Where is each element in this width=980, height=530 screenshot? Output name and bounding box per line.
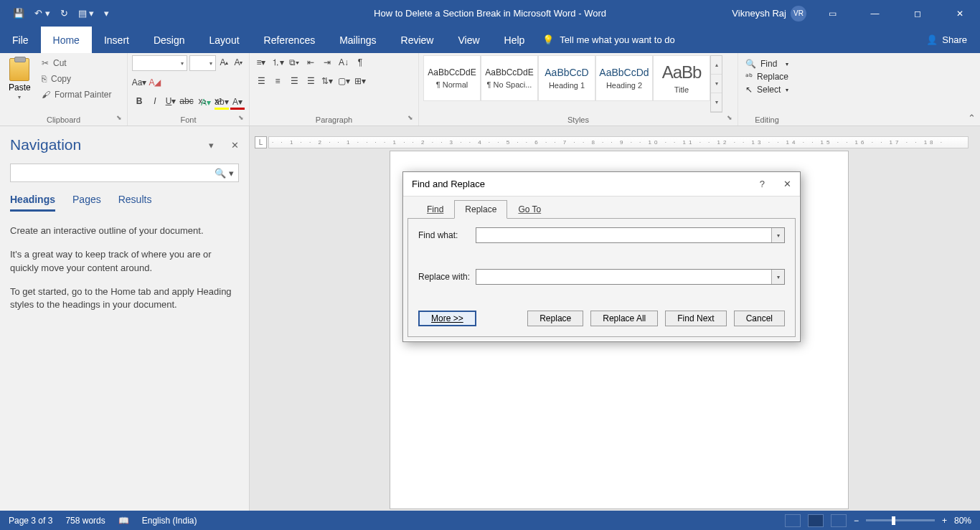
zoom-level[interactable]: 80%	[954, 516, 971, 526]
dialog-tab-find[interactable]: Find	[416, 200, 454, 219]
align-right-button[interactable]: ☰	[287, 74, 301, 88]
find-button[interactable]: 🔍Find▾	[743, 57, 791, 70]
cancel-button[interactable]: Cancel	[734, 311, 785, 326]
user-account[interactable]: Vikneysh Raj VR	[732, 6, 806, 22]
tab-mailings[interactable]: Mailings	[327, 27, 388, 53]
tell-me-search[interactable]: 💡 Tell me what you want to do	[542, 27, 674, 53]
font-size-combo[interactable]: ▾	[189, 55, 216, 71]
tab-layout[interactable]: Layout	[197, 27, 252, 53]
zoom-out-button[interactable]: −	[854, 516, 859, 526]
italic-button[interactable]: I	[148, 94, 162, 108]
collapse-ribbon-button[interactable]: ⌃	[968, 113, 976, 123]
shrink-font-button[interactable]: A▾	[232, 55, 245, 70]
nav-tab-results[interactable]: Results	[118, 194, 152, 212]
grow-font-button[interactable]: A▴	[218, 55, 230, 70]
tab-file[interactable]: File	[0, 27, 41, 53]
web-layout-button[interactable]	[831, 514, 847, 527]
qat-more-icon[interactable]: ▤ ▾	[78, 8, 95, 19]
share-button[interactable]: 👤 Share	[913, 27, 980, 53]
sort-button[interactable]: A↓	[336, 55, 351, 70]
replace-button[interactable]: ᵃᵇReplace	[743, 70, 791, 83]
justify-button[interactable]: ☰	[303, 74, 318, 88]
numbering-button[interactable]: ⒈▾	[270, 55, 285, 70]
more-button[interactable]: More >>	[418, 311, 476, 326]
find-next-button[interactable]: Find Next	[665, 311, 726, 326]
expand-gallery-icon[interactable]: ▾	[711, 93, 722, 112]
tab-review[interactable]: Review	[389, 27, 446, 53]
horizontal-ruler[interactable]: · · 1 · · 2 · · 1 · · · · 1 · · 2 · · 3 …	[268, 136, 969, 148]
dialog-launcher-icon[interactable]: ⬊	[407, 114, 416, 123]
ruler-corner[interactable]: L	[255, 136, 267, 148]
style-normal[interactable]: AaBbCcDdE¶ Normal	[423, 55, 481, 101]
select-button[interactable]: ↖Select▾	[743, 83, 791, 96]
strikethrough-button[interactable]: abc	[179, 94, 194, 108]
language-status[interactable]: English (India)	[142, 516, 197, 526]
styles-scroll[interactable]: ▴▾▾	[710, 55, 722, 113]
tab-insert[interactable]: Insert	[92, 27, 141, 53]
scroll-down-icon[interactable]: ▾	[711, 75, 722, 93]
zoom-slider[interactable]	[866, 519, 935, 521]
highlight-button[interactable]: ab▾	[215, 95, 229, 110]
tab-help[interactable]: Help	[492, 27, 537, 53]
bullets-button[interactable]: ≡▾	[254, 55, 268, 70]
dialog-launcher-icon[interactable]: ⬊	[238, 114, 247, 123]
read-mode-button[interactable]	[785, 514, 801, 527]
align-left-button[interactable]: ☰	[254, 74, 268, 88]
nav-tab-pages[interactable]: Pages	[72, 194, 101, 212]
replace-all-button[interactable]: Replace All	[590, 311, 658, 326]
dialog-close-button[interactable]: ✕	[783, 179, 791, 189]
cut-button[interactable]: ✂Cut	[42, 58, 111, 68]
print-layout-button[interactable]	[808, 514, 824, 527]
styles-gallery[interactable]: AaBbCcDdE¶ Normal AaBbCcDdE¶ No Spaci...…	[423, 55, 710, 113]
close-button[interactable]: ✕	[943, 3, 976, 24]
show-marks-button[interactable]: ¶	[353, 55, 367, 70]
format-painter-button[interactable]: 🖌Format Painter	[42, 90, 111, 100]
page-count[interactable]: Page 3 of 3	[9, 516, 52, 526]
nav-menu-button[interactable]: ▾	[209, 140, 214, 151]
shading-button[interactable]: ▢▾	[336, 74, 351, 88]
chevron-down-icon[interactable]: ▾	[771, 270, 784, 284]
navigation-search[interactable]: 🔍 ▾	[10, 164, 239, 182]
tab-home[interactable]: Home	[41, 27, 92, 53]
dialog-help-button[interactable]: ?	[760, 179, 765, 189]
copy-button[interactable]: ⎘Copy	[42, 74, 111, 84]
scroll-up-icon[interactable]: ▴	[711, 56, 722, 75]
font-color-button[interactable]: A▾	[230, 95, 245, 110]
zoom-in-button[interactable]: +	[942, 516, 947, 526]
minimize-button[interactable]: —	[859, 3, 891, 24]
align-center-button[interactable]: ≡	[270, 74, 285, 88]
save-icon[interactable]: 💾	[13, 8, 24, 19]
undo-icon[interactable]: ↶ ▾	[34, 8, 50, 19]
style-heading-1[interactable]: AaBbCcDHeading 1	[538, 55, 595, 101]
tab-references[interactable]: References	[252, 27, 328, 53]
dialog-tab-goto[interactable]: Go To	[507, 200, 552, 219]
change-case-button[interactable]: Aa▾	[132, 75, 146, 90]
maximize-button[interactable]: ◻	[901, 3, 933, 24]
bold-button[interactable]: B	[132, 94, 146, 108]
chevron-down-icon[interactable]: ▾	[771, 228, 784, 242]
style-no-spacing[interactable]: AaBbCcDdE¶ No Spaci...	[481, 55, 538, 101]
style-heading-2[interactable]: AaBbCcDdHeading 2	[595, 55, 653, 101]
underline-button[interactable]: U▾	[164, 94, 178, 108]
qat-customize-icon[interactable]: ▾	[104, 8, 109, 19]
dialog-launcher-icon[interactable]: ⬊	[116, 114, 125, 123]
nav-tab-headings[interactable]: Headings	[10, 194, 55, 212]
line-spacing-button[interactable]: ⇅▾	[320, 74, 334, 88]
dialog-launcher-icon[interactable]: ⬊	[727, 114, 735, 123]
style-title[interactable]: AaBbTitle	[653, 55, 710, 101]
decrease-indent-button[interactable]: ⇤	[303, 55, 318, 70]
tab-view[interactable]: View	[446, 27, 491, 53]
borders-button[interactable]: ⊞▾	[353, 74, 367, 88]
ribbon-display-icon[interactable]: ▭	[816, 3, 849, 24]
font-name-combo[interactable]: ▾	[132, 55, 187, 71]
nav-close-button[interactable]: ✕	[231, 140, 239, 151]
tab-design[interactable]: Design	[141, 27, 197, 53]
find-what-input[interactable]: ▾	[476, 227, 785, 243]
text-effects-button[interactable]: A▾	[199, 95, 213, 110]
replace-with-input[interactable]: ▾	[476, 269, 785, 285]
word-count[interactable]: 758 words	[65, 516, 105, 526]
multilevel-button[interactable]: ⧉▾	[287, 55, 301, 70]
clear-formatting-button[interactable]: A◢	[148, 75, 162, 90]
replace-button[interactable]: Replace	[527, 311, 583, 326]
increase-indent-button[interactable]: ⇥	[320, 55, 334, 70]
